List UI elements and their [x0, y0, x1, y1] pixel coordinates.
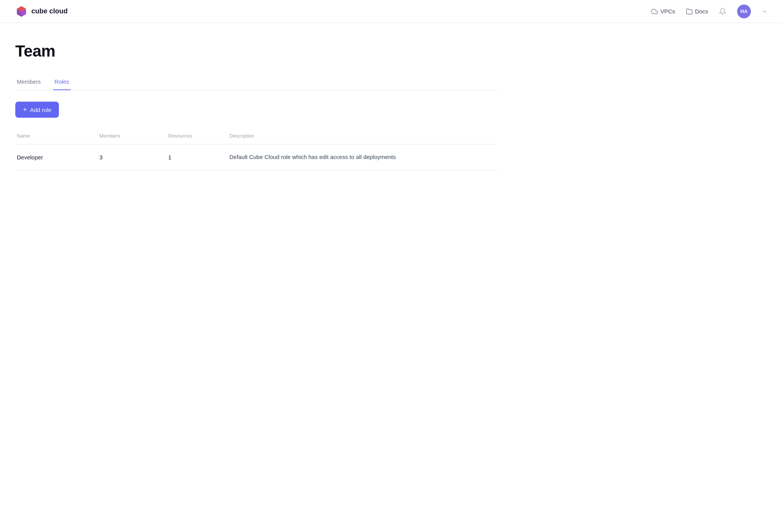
header: cube cloud VPCs Docs HA: [0, 0, 783, 23]
add-role-label: Add role: [30, 107, 52, 113]
logo-text: cube cloud: [31, 7, 68, 15]
tab-roles[interactable]: Roles: [53, 75, 71, 90]
avatar[interactable]: HA: [737, 5, 751, 18]
plus-icon: +: [23, 106, 27, 113]
col-description: Description: [229, 129, 497, 144]
cell-description: Default Cube Cloud role which has edit a…: [229, 144, 497, 170]
roles-content: + Add role Name Members Resources Descri…: [15, 90, 497, 170]
main-content: Team Members Roles + Add role Name Membe…: [0, 23, 512, 186]
tabs: Members Roles: [15, 74, 497, 90]
cell-resources: 1: [168, 144, 229, 170]
chevron-down-icon[interactable]: [762, 8, 768, 15]
folder-icon: [686, 8, 693, 15]
nav-vpcs[interactable]: VPCs: [651, 8, 675, 15]
col-resources: Resources: [168, 129, 229, 144]
header-nav: VPCs Docs HA: [651, 5, 768, 18]
logo[interactable]: cube cloud: [15, 5, 68, 18]
logo-icon: [15, 5, 28, 18]
cloud-icon: [651, 8, 658, 15]
table-body: Developer 3 1 Default Cube Cloud role wh…: [15, 144, 497, 170]
roles-table: Name Members Resources Description Devel…: [15, 129, 497, 170]
table-row[interactable]: Developer 3 1 Default Cube Cloud role wh…: [15, 144, 497, 170]
col-members: Members: [99, 129, 168, 144]
nav-docs[interactable]: Docs: [686, 8, 708, 15]
cell-members: 3: [99, 144, 168, 170]
tab-members[interactable]: Members: [15, 75, 42, 90]
add-role-button[interactable]: + Add role: [15, 102, 59, 118]
col-name: Name: [15, 129, 99, 144]
page-title: Team: [15, 42, 497, 60]
bell-icon[interactable]: [719, 8, 726, 15]
table-header: Name Members Resources Description: [15, 129, 497, 144]
cell-name: Developer: [15, 144, 99, 170]
